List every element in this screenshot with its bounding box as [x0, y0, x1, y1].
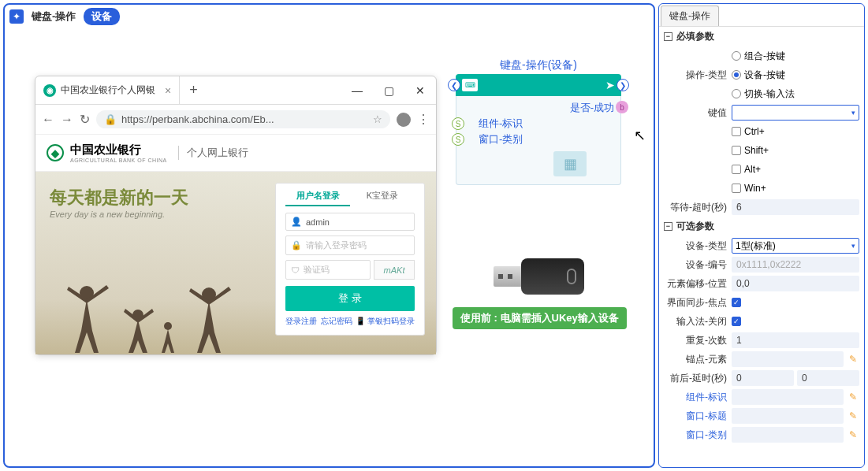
label-op-type: 操作-类型	[664, 69, 732, 82]
select-device-type[interactable]: 1型(标准)▾	[732, 238, 859, 254]
forward-icon[interactable]: →	[61, 113, 73, 127]
input-anchor[interactable]	[732, 351, 844, 367]
check-win[interactable]: Win+	[732, 183, 859, 194]
walk-icon: ✦	[9, 9, 24, 24]
input-delay-before[interactable]: 0	[732, 370, 794, 386]
label-window-class[interactable]: 窗口-类别	[664, 428, 732, 442]
shield-icon: 🛡	[291, 265, 300, 275]
input-window-class[interactable]	[732, 427, 844, 443]
username-value: admin	[306, 217, 330, 227]
login-tab-kbao[interactable]: K宝登录	[350, 190, 415, 206]
mouse-cursor-icon: ↖	[634, 127, 646, 144]
edit-icon[interactable]: ✎	[847, 410, 859, 422]
check-shift[interactable]: Shift+	[732, 145, 859, 156]
hero-image	[51, 260, 248, 354]
bank-name-en: AGRICULTURAL BANK OF CHINA	[70, 158, 167, 163]
edit-icon[interactable]: ✎	[847, 353, 859, 365]
login-button[interactable]: 登 录	[285, 286, 415, 311]
star-icon[interactable]: ☆	[373, 113, 382, 125]
input-offset[interactable]: 0,0	[732, 276, 859, 291]
password-field[interactable]: 🔒 请输入登录密码	[285, 236, 415, 255]
label-window-title[interactable]: 窗口-标题	[664, 410, 732, 423]
login-card: 用户名登录 K宝登录 👤 admin 🔒 请输入登录密码 🛡 验证码 mA	[275, 183, 425, 336]
canvas-pane: ✦ 键盘-操作 设备 ◉ 中国农业银行个人网银 × + — ▢ ✕ ← → ↻ …	[3, 3, 655, 468]
label-anchor: 锚点-元素	[664, 353, 732, 366]
section-required[interactable]: −必填参数	[659, 27, 864, 46]
menu-icon[interactable]: ⋮	[417, 112, 430, 127]
check-ctrl[interactable]: Ctrl+	[732, 126, 859, 137]
qr-login-link[interactable]: 📱 掌银扫码登录	[356, 316, 415, 327]
close-icon[interactable]: ×	[165, 84, 171, 97]
cursor-icon: ➤	[605, 79, 615, 91]
avatar[interactable]	[397, 113, 411, 127]
check-sync-focus[interactable]: ✓	[732, 298, 741, 307]
radio-device-key[interactable]: 设备-按键	[732, 69, 859, 82]
label-device-type: 设备-类型	[664, 239, 732, 253]
bool-badge: b	[616, 101, 628, 113]
url-text: https://perbank.abchina.com/Eb...	[121, 113, 274, 125]
captcha-placeholder: 验证码	[304, 264, 330, 276]
label-sync-focus: 界面同步-焦点	[664, 296, 732, 310]
bank-name-cn: 中国农业银行	[70, 143, 167, 158]
label-offset: 元素偏移-位置	[664, 277, 732, 291]
svg-point-2	[164, 322, 172, 330]
properties-tab-keyboard[interactable]: 键盘-操作	[661, 6, 719, 26]
image-placeholder-icon: ▦	[553, 151, 587, 176]
radio-combo-key[interactable]: 组合-按键	[732, 50, 859, 63]
reload-icon[interactable]: ↻	[80, 112, 90, 127]
node-header[interactable]: ❮ ⌨ ➤ ❯	[456, 74, 621, 96]
new-tab-button[interactable]: +	[180, 82, 207, 98]
url-input[interactable]: 🔒 https://perbank.abchina.com/Eb... ☆	[96, 110, 390, 128]
browser-tab-title: 中国农业银行个人网银	[61, 83, 155, 97]
tab-keyboard-op[interactable]: 键盘-操作	[28, 8, 79, 25]
ukey-image	[494, 258, 584, 295]
input-delay-after[interactable]: 0	[797, 370, 859, 386]
hero-heading-cn: 每天都是新的一天	[50, 186, 188, 210]
forgot-password-link[interactable]: 忘记密码	[321, 316, 352, 327]
properties-tabs: 键盘-操作	[659, 4, 864, 27]
node-row-component[interactable]: S 组件-标识	[463, 117, 614, 131]
hero-area: 每天都是新的一天 Every day is a new beginning. 用…	[35, 172, 436, 354]
port-in[interactable]: ❮	[448, 79, 460, 91]
properties-panel: 键盘-操作 −必填参数 组合-按键 操作-类型设备-按键 切换-输入法 键值▾ …	[658, 3, 865, 468]
edit-icon[interactable]: ✎	[847, 391, 859, 403]
string-badge: S	[452, 117, 464, 130]
port-out[interactable]: ❯	[617, 79, 629, 91]
bank-subtitle: 个人网上银行	[178, 146, 248, 160]
node-title: 键盘-操作(设备)	[456, 58, 621, 72]
bank-logo-icon: ◆	[47, 144, 64, 161]
input-window-title[interactable]	[732, 408, 844, 424]
tab-device[interactable]: 设备	[84, 8, 120, 25]
node-success-label: 是否-成功 b	[463, 101, 614, 115]
check-alt[interactable]: Alt+	[732, 164, 859, 175]
input-component-id[interactable]	[732, 389, 844, 405]
login-tab-username[interactable]: 用户名登录	[285, 190, 350, 206]
node-row-window-class[interactable]: S 窗口-类别	[463, 132, 614, 146]
maximize-button[interactable]: ▢	[373, 84, 404, 97]
input-timeout[interactable]: 6	[732, 199, 859, 215]
window-controls: — ▢ ✕	[341, 84, 436, 97]
captcha-image[interactable]: mAKt	[374, 260, 415, 280]
section-optional[interactable]: −可选参数	[659, 217, 864, 236]
lock-icon: 🔒	[104, 113, 117, 125]
check-ime-close[interactable]: ✓	[732, 317, 741, 326]
captcha-field[interactable]: 🛡 验证码	[285, 260, 371, 280]
flow-node[interactable]: 键盘-操作(设备) ❮ ⌨ ➤ ❯ 是否-成功 b S 组件-标识 S 窗口-类…	[456, 58, 621, 185]
close-button[interactable]: ✕	[404, 84, 436, 97]
chevron-down-icon: ▾	[851, 242, 855, 250]
minimize-button[interactable]: —	[341, 84, 373, 97]
back-icon[interactable]: ←	[42, 113, 54, 127]
username-field[interactable]: 👤 admin	[285, 213, 415, 231]
label-component-id[interactable]: 组件-标识	[664, 391, 732, 404]
ukey-instruction: 使用前 : 电脑需插入UKey输入设备	[453, 307, 627, 329]
string-badge: S	[452, 133, 464, 146]
hero-heading-en: Every day is a new beginning.	[50, 210, 188, 219]
register-link[interactable]: 登录注册	[285, 316, 317, 327]
label-delay: 前后-延时(秒)	[664, 372, 732, 385]
browser-tab[interactable]: ◉ 中国农业银行个人网银 ×	[35, 76, 180, 104]
radio-switch-ime[interactable]: 切换-输入法	[732, 87, 859, 101]
select-key-value[interactable]: ▾	[732, 105, 859, 121]
input-device-no[interactable]: 0x1111,0x2222	[732, 257, 859, 273]
input-repeat[interactable]: 1	[732, 332, 859, 348]
edit-icon[interactable]: ✎	[847, 428, 859, 441]
